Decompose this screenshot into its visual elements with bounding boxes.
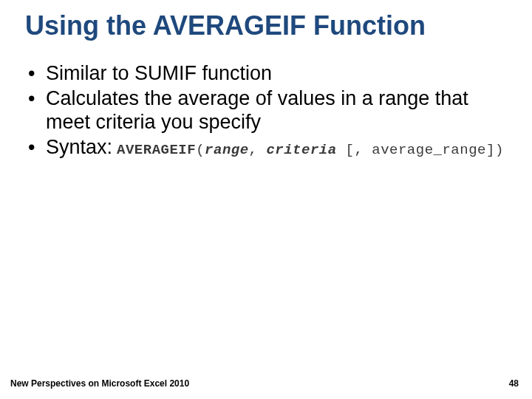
footer-source: New Perspectives on Microsoft Excel 2010 <box>10 378 189 389</box>
bullet-marker: • <box>25 136 46 160</box>
code-opt-close: ] <box>486 142 495 158</box>
code-comma: , <box>249 142 267 158</box>
bullet-marker: • <box>25 87 46 111</box>
bullet-marker: • <box>25 62 46 86</box>
syntax-code: AVERAGEIF(range, criteria [, average_ran… <box>117 142 504 158</box>
bullet-item: • Calculates the average of values in a … <box>25 87 505 134</box>
page-number: 48 <box>509 378 519 389</box>
bullet-text: Syntax: AVERAGEIF(range, criteria [, ave… <box>46 136 505 160</box>
code-open-paren: ( <box>196 142 205 158</box>
code-fn: AVERAGEIF <box>117 142 196 158</box>
bullet-item: • Similar to SUMIF function <box>25 62 505 86</box>
bullet-text: Similar to SUMIF function <box>46 62 505 86</box>
bullet-text: Calculates the average of values in a ra… <box>46 87 505 134</box>
bullet-item-syntax: • Syntax: AVERAGEIF(range, criteria [, a… <box>25 136 505 160</box>
slide-title: Using the AVERAGEIF Function <box>25 10 426 41</box>
syntax-label: Syntax: <box>46 136 112 160</box>
code-arg-average-range: average_range <box>372 142 486 158</box>
slide: Using the AVERAGEIF Function • Similar t… <box>0 0 532 399</box>
code-opt-open: [, <box>337 142 372 158</box>
slide-body: • Similar to SUMIF function • Calculates… <box>25 62 505 160</box>
code-close-paren: ) <box>495 142 504 158</box>
code-arg-criteria: criteria <box>266 142 336 158</box>
code-arg-range: range <box>205 142 249 158</box>
